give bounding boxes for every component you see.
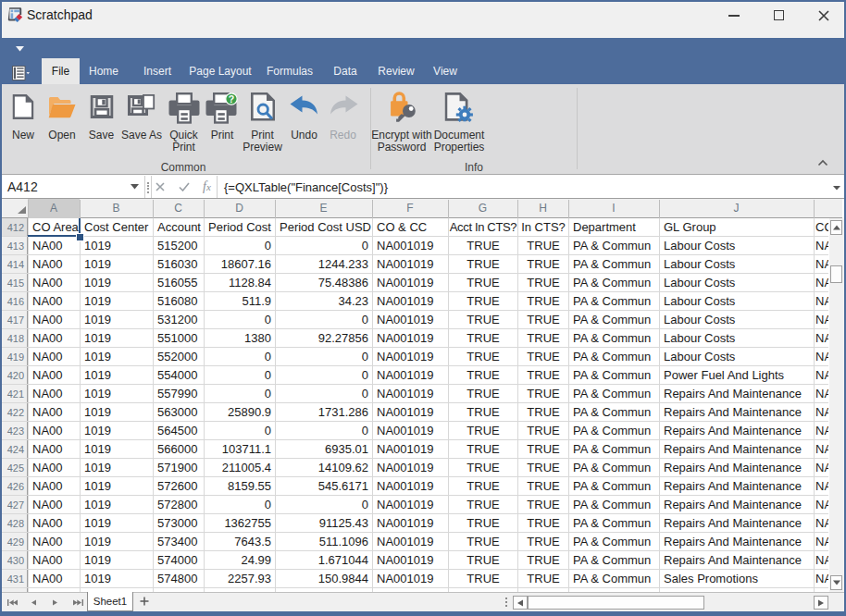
svg-text:?: ? bbox=[229, 93, 234, 105]
